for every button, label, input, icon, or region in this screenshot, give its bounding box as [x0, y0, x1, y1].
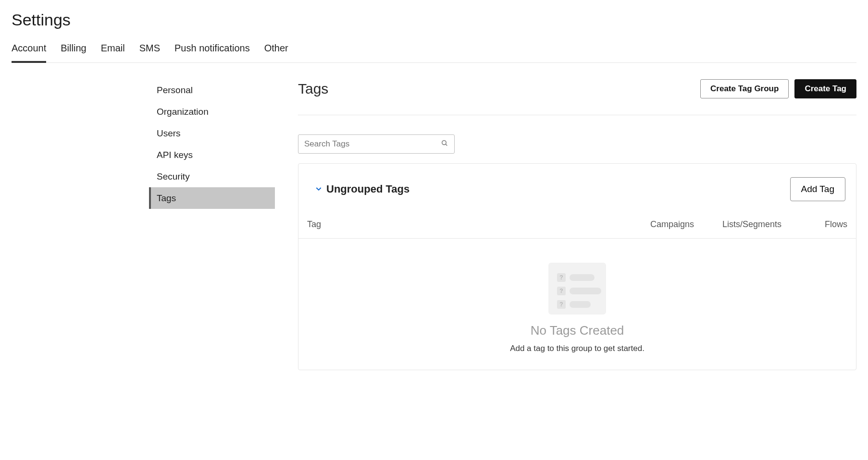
tab-email[interactable]: Email: [101, 43, 125, 62]
col-lists-segments: Lists/Segments: [722, 219, 809, 230]
col-flows: Flows: [809, 219, 847, 230]
empty-subtitle: Add a tag to this group to get started.: [308, 344, 846, 353]
settings-sidebar: Personal Organization Users API keys Sec…: [149, 79, 275, 370]
create-tag-group-button[interactable]: Create Tag Group: [700, 79, 789, 98]
add-tag-button[interactable]: Add Tag: [790, 177, 845, 201]
sidebar-item-tags[interactable]: Tags: [149, 187, 275, 209]
settings-top-tabs: Account Billing Email SMS Push notificat…: [12, 43, 856, 63]
search-input[interactable]: [304, 139, 441, 149]
tab-other[interactable]: Other: [264, 43, 288, 62]
section-title: Tags: [298, 81, 328, 97]
col-campaigns: Campaigns: [650, 219, 722, 230]
empty-state: ? ? ? No Tags Created Add a tag to this …: [298, 239, 856, 370]
tab-account[interactable]: Account: [12, 43, 46, 62]
search-tags-field[interactable]: [298, 134, 455, 154]
empty-title: No Tags Created: [308, 323, 846, 338]
sidebar-item-organization[interactable]: Organization: [149, 101, 275, 122]
col-tag: Tag: [307, 219, 650, 230]
tab-push-notifications[interactable]: Push notifications: [174, 43, 250, 62]
group-toggle[interactable]: Ungrouped Tags: [315, 183, 409, 195]
tag-table-header: Tag Campaigns Lists/Segments Flows: [298, 207, 856, 239]
tab-sms[interactable]: SMS: [139, 43, 160, 62]
page-title: Settings: [12, 0, 856, 43]
search-icon: [441, 139, 448, 149]
tag-group-card: Ungrouped Tags Add Tag Tag Campaigns Lis…: [298, 163, 856, 370]
tab-billing[interactable]: Billing: [61, 43, 86, 62]
chevron-down-icon: [315, 185, 322, 195]
empty-illustration-icon: ? ? ?: [548, 263, 606, 315]
group-title: Ungrouped Tags: [326, 183, 409, 195]
svg-line-1: [446, 144, 447, 145]
create-tag-button[interactable]: Create Tag: [794, 79, 856, 98]
sidebar-item-personal[interactable]: Personal: [149, 79, 275, 101]
sidebar-item-users[interactable]: Users: [149, 122, 275, 144]
sidebar-item-security[interactable]: Security: [149, 166, 275, 187]
sidebar-item-api-keys[interactable]: API keys: [149, 144, 275, 166]
svg-point-0: [442, 141, 446, 145]
